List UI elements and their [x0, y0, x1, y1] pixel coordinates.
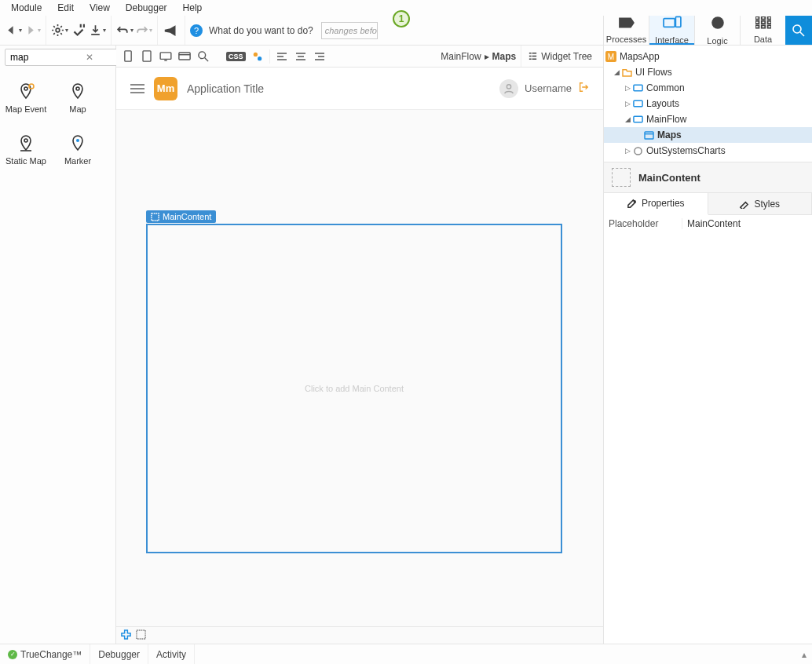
svg-rect-31 [633, 116, 642, 122]
toolbox-panel: ✕ « Map Event Map Static Map Marker [0, 46, 116, 644]
toolbox-item-static-map[interactable]: Static Map [0, 124, 52, 176]
align-center-icon[interactable] [294, 49, 308, 64]
tree-row-common[interactable]: ▷ Common [604, 80, 812, 96]
widget-tree-button[interactable]: Widget Tree [521, 46, 598, 67]
device-phone-icon[interactable] [121, 49, 135, 64]
align-left-icon[interactable] [275, 49, 289, 64]
help-prompt[interactable]: What do you want to do? [209, 25, 313, 36]
menu-debugger[interactable]: Debugger [118, 2, 175, 13]
toolbox-item-map-event[interactable]: Map Event [0, 72, 52, 124]
toolbox-item-label: Map [69, 104, 86, 114]
tree-label: MapsApp [620, 51, 660, 62]
username-label[interactable]: Username [525, 82, 572, 94]
module-icon: M [605, 51, 616, 62]
device-desktop-icon[interactable] [159, 49, 173, 64]
changes-hint-box: changes befo [321, 22, 378, 39]
bottom-tabs: ✓ TrueChange™ Debugger Activity ▴ [0, 644, 812, 664]
application-title[interactable]: Application Title [187, 82, 264, 95]
menu-help[interactable]: Help [175, 2, 210, 13]
device-tablet-icon[interactable] [140, 49, 154, 64]
svg-rect-4 [755, 16, 759, 19]
tab-interface-label: Interface [655, 35, 689, 45]
download-button[interactable] [89, 22, 106, 39]
tab-properties[interactable]: Properties [604, 193, 708, 215]
hamburger-icon[interactable] [130, 84, 144, 93]
design-canvas[interactable]: MainContent Click to add Main Content [116, 110, 603, 626]
back-button[interactable] [5, 22, 22, 39]
align-right-icon[interactable] [313, 49, 327, 64]
menu-view[interactable]: View [82, 2, 118, 13]
svg-point-26 [507, 84, 510, 88]
svg-rect-30 [633, 100, 642, 106]
tab-bottom-debugger[interactable]: Debugger [90, 644, 148, 664]
redo-button[interactable] [135, 22, 152, 39]
tree-row-mainflow[interactable]: ◢ MainFlow [604, 111, 812, 127]
tab-data[interactable]: Data [740, 16, 785, 45]
placeholder-footer-icon[interactable] [136, 629, 146, 642]
toolbox-item-marker[interactable]: Marker [52, 124, 104, 176]
help-icon[interactable]: ? [190, 24, 203, 37]
tab-processes[interactable]: Processes [603, 16, 649, 45]
plug-button[interactable] [70, 22, 87, 39]
placeholder-hint: Click to add Main Content [305, 384, 404, 393]
screen-icon [643, 130, 654, 140]
user-avatar[interactable] [499, 79, 518, 98]
tab-truechange[interactable]: ✓ TrueChange™ [0, 644, 90, 664]
theme-icon[interactable] [251, 49, 265, 64]
placeholder-tag[interactable]: MainContent [146, 210, 216, 223]
undo-button[interactable] [116, 22, 134, 39]
processes-icon [618, 16, 635, 33]
tree-row-maps[interactable]: Maps [604, 127, 812, 143]
tab-activity[interactable]: Activity [148, 644, 195, 664]
flow-icon [632, 114, 643, 125]
svg-point-23 [199, 51, 206, 58]
notification-badge[interactable]: 1 [393, 10, 410, 27]
tree-label: UI Flows [635, 67, 672, 78]
property-row[interactable]: Placeholder MainContent [604, 215, 812, 232]
property-key: Placeholder [604, 218, 682, 229]
tab-styles[interactable]: Styles [708, 193, 813, 214]
logout-icon[interactable] [578, 82, 589, 95]
svg-rect-12 [767, 25, 770, 27]
menu-module[interactable]: Module [3, 2, 49, 13]
tab-interface[interactable]: Interface [649, 16, 694, 45]
svg-point-24 [253, 52, 257, 56]
property-value[interactable]: MainContent [682, 218, 812, 229]
breadcrumb-current[interactable]: Maps [492, 51, 517, 62]
global-search-button[interactable] [785, 16, 812, 45]
toolbox-search-clear[interactable]: ✕ [86, 52, 93, 63]
main-content-placeholder[interactable]: Click to add Main Content [146, 224, 562, 553]
svg-rect-27 [152, 213, 159, 220]
svg-point-13 [793, 25, 801, 33]
tree-row-charts[interactable]: ▷ OutSystemsCharts [604, 143, 812, 159]
toolbox-item-label: Marker [64, 156, 91, 166]
device-wide-icon[interactable] [177, 49, 192, 64]
tree-row-layouts[interactable]: ▷ Layouts [604, 96, 812, 111]
right-panel: M MapsApp ◢ UI Flows ▷ Common ▷ [603, 46, 812, 644]
announce-button[interactable] [163, 22, 180, 39]
svg-rect-1 [664, 19, 675, 27]
gear-button[interactable] [51, 22, 68, 39]
svg-rect-19 [125, 51, 131, 61]
svg-rect-10 [755, 25, 759, 27]
flow-icon [632, 82, 643, 93]
chevron-right-icon: ▸ [485, 51, 489, 62]
menu-edit[interactable]: Edit [49, 2, 82, 13]
tab-processes-label: Processes [606, 35, 646, 44]
toolbox-item-label: Static Map [5, 156, 46, 166]
tree-label: Maps [657, 130, 682, 140]
toolbox-item-map[interactable]: Map [52, 72, 104, 124]
tab-logic[interactable]: Logic [694, 16, 740, 45]
zoom-icon[interactable] [196, 49, 210, 64]
tree-label: OutSystemsCharts [646, 145, 726, 156]
tree-row-app[interactable]: M MapsApp [604, 49, 812, 64]
breadcrumb-root[interactable]: MainFlow [441, 51, 481, 62]
svg-rect-7 [755, 21, 759, 24]
css-badge[interactable]: CSS [226, 52, 246, 61]
expand-bottom-icon[interactable]: ▴ [796, 644, 812, 664]
tree-row-uiflows[interactable]: ◢ UI Flows [604, 64, 812, 80]
add-widget-icon[interactable] [121, 629, 131, 642]
svg-rect-5 [761, 16, 764, 19]
svg-rect-29 [633, 85, 642, 90]
forward-button[interactable] [24, 22, 41, 39]
